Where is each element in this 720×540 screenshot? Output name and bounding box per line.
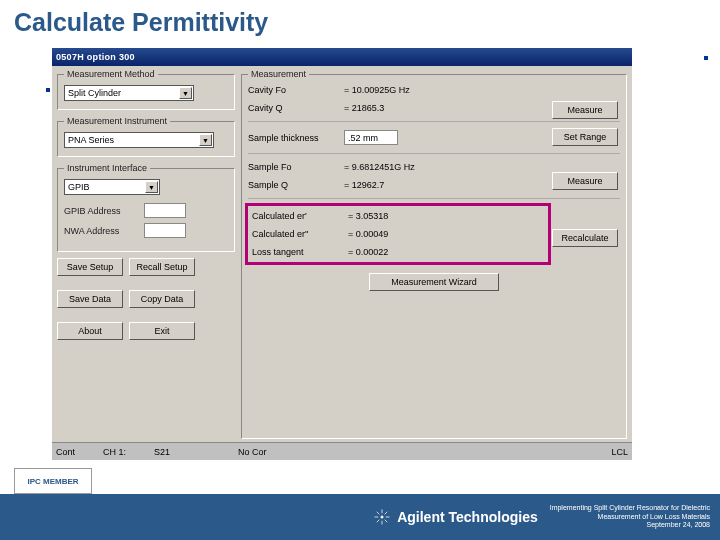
save-data-button[interactable]: Save Data bbox=[57, 290, 123, 308]
cavity-block: Cavity Fo = 10.00925G Hz Cavity Q = 2186… bbox=[248, 85, 620, 113]
sample-fo-label: Sample Fo bbox=[248, 162, 344, 172]
footer-bar: Agilent Technologies Implementing Split … bbox=[0, 494, 720, 540]
agilent-name: Agilent Technologies bbox=[397, 509, 538, 525]
measurement-group: Measurement Cavity Fo = 10.00925G Hz Cav… bbox=[241, 69, 627, 439]
highlight-box: Calculated er' = 3.05318 Calculated er''… bbox=[245, 203, 551, 265]
instrument-interface-group: Instrument Interface GPIB ▼ GPIB Address… bbox=[57, 163, 235, 252]
cavity-fo-value: = 10.00925G Hz bbox=[344, 85, 548, 95]
cavity-q-value: = 21865.3 bbox=[344, 103, 548, 113]
window-title: 0507H option 300 bbox=[56, 52, 135, 62]
status-ch: CH 1: bbox=[103, 447, 126, 457]
footer-line-2: Measurement of Low Loss Materials bbox=[550, 513, 710, 521]
measure-cavity-button[interactable]: Measure bbox=[552, 101, 618, 119]
instrument-select[interactable]: PNA Series ▼ bbox=[64, 132, 214, 148]
app-window: 0507H option 300 Measurement Method Spli… bbox=[52, 48, 632, 460]
instrument-interface-legend: Instrument Interface bbox=[64, 163, 150, 173]
loss-tan-label: Loss tangent bbox=[252, 247, 348, 257]
measure-sample-button[interactable]: Measure bbox=[552, 172, 618, 190]
chevron-down-icon: ▼ bbox=[145, 181, 158, 193]
recall-setup-button[interactable]: Recall Setup bbox=[129, 258, 195, 276]
status-s21: S21 bbox=[154, 447, 170, 457]
measurement-instrument-group: Measurement Instrument PNA Series ▼ bbox=[57, 116, 235, 157]
set-range-button[interactable]: Set Range bbox=[552, 128, 618, 146]
status-cont: Cont bbox=[56, 447, 75, 457]
sample-thickness-block: Sample thickness .52 mm Set Range bbox=[248, 130, 620, 145]
sample-block: Sample Fo = 9.6812451G Hz Sample Q = 129… bbox=[248, 162, 620, 190]
measurement-instrument-legend: Measurement Instrument bbox=[64, 116, 170, 126]
chevron-down-icon: ▼ bbox=[199, 134, 212, 146]
svg-point-0 bbox=[381, 516, 383, 518]
footer-line-3: September 24, 2008 bbox=[550, 521, 710, 529]
spark-icon bbox=[373, 508, 391, 526]
sample-q-label: Sample Q bbox=[248, 180, 344, 190]
calc-er-label: Calculated er' bbox=[252, 211, 348, 221]
slide-title: Calculate Permittivity bbox=[14, 8, 268, 37]
cavity-fo-label: Cavity Fo bbox=[248, 85, 344, 95]
loss-tan-value: = 0.00022 bbox=[348, 247, 542, 257]
interface-select[interactable]: GPIB ▼ bbox=[64, 179, 160, 195]
status-bar: Cont CH 1: S21 No Cor LCL bbox=[52, 442, 632, 460]
decorative-dot bbox=[46, 88, 50, 92]
sample-fo-value: = 9.6812451G Hz bbox=[344, 162, 548, 172]
sample-thickness-label: Sample thickness bbox=[248, 133, 344, 143]
agilent-logo: Agilent Technologies bbox=[373, 508, 538, 526]
gpib-address-input[interactable] bbox=[144, 203, 186, 218]
save-setup-button[interactable]: Save Setup bbox=[57, 258, 123, 276]
chevron-down-icon: ▼ bbox=[179, 87, 192, 99]
status-nocor: No Cor bbox=[238, 447, 267, 457]
window-titlebar: 0507H option 300 bbox=[52, 48, 632, 66]
nwa-address-input[interactable] bbox=[144, 223, 186, 238]
nwa-address-label: NWA Address bbox=[64, 226, 138, 236]
right-pane: Measurement Cavity Fo = 10.00925G Hz Cav… bbox=[241, 69, 627, 439]
measurement-legend: Measurement bbox=[248, 69, 309, 79]
footer-meta: Implementing Split Cylinder Resonator fo… bbox=[550, 504, 710, 529]
status-lcl: LCL bbox=[611, 447, 628, 457]
copy-data-button[interactable]: Copy Data bbox=[129, 290, 195, 308]
method-select[interactable]: Split Cylinder ▼ bbox=[64, 85, 194, 101]
recalculate-button[interactable]: Recalculate bbox=[552, 229, 618, 247]
ipc-member-logo: IPC MEMBER bbox=[14, 468, 92, 494]
calc-er-value: = 3.05318 bbox=[348, 211, 542, 221]
measurement-method-group: Measurement Method Split Cylinder ▼ bbox=[57, 69, 235, 110]
gpib-address-label: GPIB Address bbox=[64, 206, 138, 216]
sample-thickness-input[interactable]: .52 mm bbox=[344, 130, 398, 145]
footer-line-1: Implementing Split Cylinder Resonator fo… bbox=[550, 504, 710, 512]
results-block: Calculated er' = 3.05318 Calculated er''… bbox=[248, 203, 620, 265]
left-pane: Measurement Method Split Cylinder ▼ Meas… bbox=[57, 69, 235, 439]
divider bbox=[248, 153, 620, 154]
calc-er2-value: = 0.00049 bbox=[348, 229, 542, 239]
cavity-q-label: Cavity Q bbox=[248, 103, 344, 113]
measurement-wizard-button[interactable]: Measurement Wizard bbox=[369, 273, 499, 291]
exit-button[interactable]: Exit bbox=[129, 322, 195, 340]
about-button[interactable]: About bbox=[57, 322, 123, 340]
divider bbox=[248, 121, 620, 122]
calc-er2-label: Calculated er'' bbox=[252, 229, 348, 239]
divider bbox=[248, 198, 620, 199]
sample-q-value: = 12962.7 bbox=[344, 180, 548, 190]
decorative-dot bbox=[704, 56, 708, 60]
measurement-method-legend: Measurement Method bbox=[64, 69, 158, 79]
